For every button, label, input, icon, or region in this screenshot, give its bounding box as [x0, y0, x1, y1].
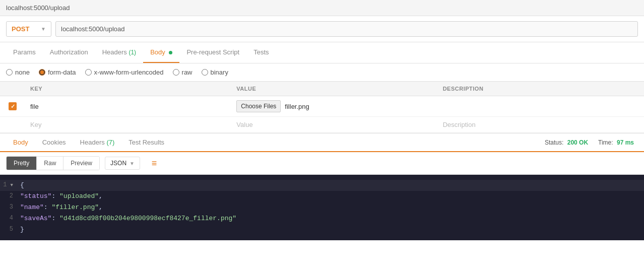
placeholder-key: Key — [30, 121, 41, 128]
file-name-text: filler.png — [285, 103, 309, 110]
table-header-row: KEY VALUE DESCRIPTION — [0, 82, 644, 96]
response-toolbar: Pretty Raw Preview JSON ▼ ≡ — [0, 152, 644, 175]
tab-params[interactable]: Params — [6, 42, 43, 63]
row-value-cell[interactable]: Choose Files filler.png — [231, 96, 437, 116]
tab-authorization[interactable]: Authorization — [43, 42, 95, 63]
format-tab-raw[interactable]: Raw — [37, 157, 63, 170]
tab-cookies[interactable]: Cookies — [35, 133, 73, 151]
wrap-icon[interactable]: ≡ — [147, 156, 161, 170]
line-num-2: 2 — [0, 191, 20, 202]
json-format-select[interactable]: JSON ▼ — [105, 157, 140, 170]
code-line-1: 1 ▼ { — [0, 180, 644, 191]
chevron-down-icon: ▼ — [41, 26, 46, 32]
response-tabs: Body Cookies Headers (7) Test Results — [6, 133, 171, 151]
placeholder-value-cell[interactable]: Value — [231, 117, 437, 132]
status-label: Status: 200 OK — [545, 139, 588, 146]
line-content-2: "status": "uploaded", — [20, 191, 103, 202]
placeholder-value: Value — [236, 121, 252, 128]
params-table: KEY VALUE DESCRIPTION file Choose Files … — [0, 82, 644, 133]
tab-response-body[interactable]: Body — [6, 133, 35, 151]
chevron-down-icon: ▼ — [130, 161, 135, 166]
format-tab-preview[interactable]: Preview — [63, 157, 99, 170]
line-content-5: } — [20, 224, 24, 235]
line-content-3: "name": "filler.png", — [20, 202, 103, 213]
option-binary[interactable]: binary — [202, 68, 228, 76]
col-key: KEY — [25, 82, 231, 96]
status-info: Status: 200 OK Time: 97 ms — [545, 139, 638, 146]
tab-tests[interactable]: Tests — [246, 42, 276, 63]
row-description-cell — [438, 96, 644, 116]
method-select[interactable]: POST ▼ — [6, 21, 51, 37]
body-options: none form-data x-www-form-urlencoded raw… — [0, 63, 644, 82]
tab-body[interactable]: Body — [143, 42, 179, 63]
url-bar: POST ▼ — [0, 16, 644, 42]
table-placeholder-row: Key Value Description — [0, 117, 644, 133]
option-none[interactable]: none — [6, 68, 30, 76]
json-label: JSON — [110, 160, 126, 167]
time-value: 97 ms — [617, 139, 634, 146]
line-content-1: { — [20, 180, 24, 191]
row-key-text: file — [30, 103, 39, 110]
col-value: VALUE — [231, 82, 437, 96]
choose-files-button[interactable]: Choose Files — [236, 100, 281, 112]
tab-test-results[interactable]: Test Results — [121, 133, 171, 151]
row-key-cell: file — [25, 96, 231, 116]
wrap-lines-icon: ≡ — [152, 158, 157, 169]
url-input[interactable] — [55, 21, 638, 37]
request-tabs: Params Authorization Headers (1) Body Pr… — [0, 42, 644, 63]
tab-headers[interactable]: Headers (1) — [95, 42, 143, 63]
placeholder-description: Description — [443, 121, 476, 128]
title-text: localhost:5000/upload — [6, 4, 70, 12]
tab-response-headers[interactable]: Headers (7) — [73, 133, 122, 151]
status-value: 200 OK — [567, 139, 588, 146]
response-headers-badge: (7) — [106, 139, 114, 146]
title-bar: localhost:5000/upload — [0, 0, 644, 16]
headers-badge: (1) — [128, 49, 136, 56]
placeholder-checkbox-cell — [0, 117, 25, 132]
option-raw[interactable]: raw — [173, 68, 192, 76]
line-num-4: 4 — [0, 213, 20, 224]
response-tabs-row: Body Cookies Headers (7) Test Results St… — [0, 133, 644, 152]
row-checkbox[interactable] — [9, 102, 17, 110]
method-label: POST — [12, 25, 29, 33]
line-content-4: "saveAs": "d41d8cd98f00b204e9800998ecf84… — [20, 213, 236, 224]
response-code-block: 1 ▼ { 2 "status": "uploaded", 3 "name": … — [0, 175, 644, 240]
line-num-5: 5 — [0, 224, 20, 235]
line-num-1: 1 ▼ — [0, 180, 20, 191]
code-line-4: 4 "saveAs": "d41d8cd98f00b204e9800998ecf… — [0, 213, 644, 224]
table-row: file Choose Files filler.png — [0, 96, 644, 117]
col-checkbox — [0, 82, 25, 96]
col-description: DESCRIPTION — [438, 82, 644, 96]
code-line-5: 5 } — [0, 224, 644, 235]
row-checkbox-cell[interactable] — [0, 96, 25, 116]
body-active-dot — [169, 51, 172, 54]
time-label: Time: 97 ms — [598, 139, 634, 146]
format-tab-pretty[interactable]: Pretty — [7, 157, 37, 170]
format-tabs: Pretty Raw Preview — [6, 156, 100, 170]
option-form-data[interactable]: form-data — [39, 68, 76, 76]
placeholder-description-cell[interactable]: Description — [438, 117, 644, 132]
code-line-3: 3 "name": "filler.png", — [0, 202, 644, 213]
option-urlencoded[interactable]: x-www-form-urlencoded — [85, 68, 164, 76]
placeholder-key-cell[interactable]: Key — [25, 117, 231, 132]
tab-prerequest[interactable]: Pre-request Script — [179, 42, 246, 63]
code-line-2: 2 "status": "uploaded", — [0, 191, 644, 202]
line-num-3: 3 — [0, 202, 20, 213]
